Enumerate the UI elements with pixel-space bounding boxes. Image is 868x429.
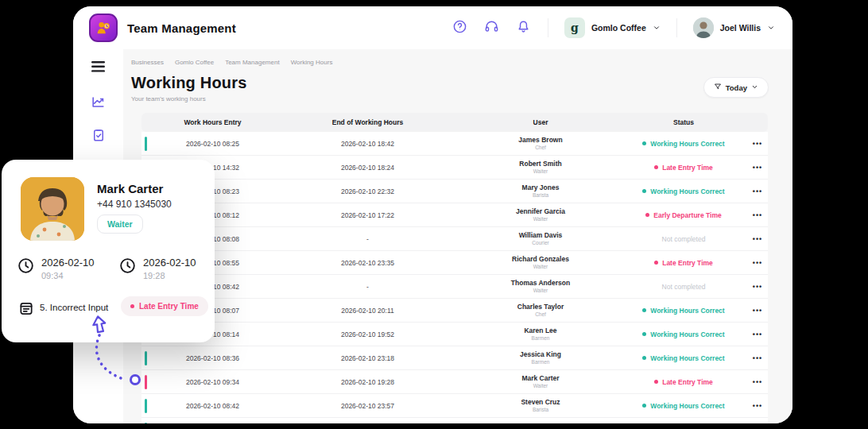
user-role: Barista xyxy=(461,407,620,413)
end-of-working-hours-cell: 2026-02-10 23:57 xyxy=(274,402,461,410)
end-of-working-hours-cell: 2026-02-10 20:11 xyxy=(274,307,461,315)
user-name: Jessica King xyxy=(461,350,620,359)
breadcrumb-item[interactable]: Businesses xyxy=(131,59,164,66)
user-role: Chef xyxy=(461,145,620,151)
row-status-bar xyxy=(145,351,147,365)
end-of-working-hours-cell: 2026-02-10 19:28 xyxy=(274,378,461,386)
user-cell: Karen LeeBarmen xyxy=(461,327,620,342)
page-subtitle: Your team's working hours xyxy=(131,95,247,102)
clock-out-time: 19:28 xyxy=(143,271,196,280)
end-of-working-hours-cell: 2026-02-10 22:32 xyxy=(274,187,461,195)
table-row: 2026-02-10 08:552026-02-10 23:35Richard … xyxy=(141,251,768,275)
table-row: 2026-02-10 08:422026-02-10 23:57Steven C… xyxy=(141,394,768,418)
status-dot xyxy=(642,308,646,312)
work-hours-entry-cell: 2026-02-10 08:36 xyxy=(151,354,274,362)
status-cell: Not completed xyxy=(620,235,747,243)
notifications-button[interactable] xyxy=(516,20,532,36)
status-label: Working Hours Correct xyxy=(650,354,724,362)
user-cell: Richard GonzalesWaiter xyxy=(461,255,620,270)
status-label: Late Entry Time xyxy=(662,259,713,267)
table-row: 2026-02-10 08:122026-02-10 17:22Jennifer… xyxy=(141,203,768,227)
row-actions-button[interactable]: ••• xyxy=(747,164,768,172)
row-actions-button[interactable]: ••• xyxy=(747,354,768,362)
status-cell: Not completed xyxy=(620,283,747,291)
user-role: Barista xyxy=(461,192,620,199)
status-cell: Working Hours Correct xyxy=(620,307,747,315)
help-button[interactable] xyxy=(452,20,468,36)
user-role: Waiter xyxy=(461,288,620,294)
row-actions-button[interactable]: ••• xyxy=(747,259,768,267)
status-badge-label: Late Entry Time xyxy=(139,302,199,311)
headset-icon xyxy=(484,19,499,37)
user-name: Richard Gonzales xyxy=(461,255,620,264)
user-cell: William DavisCourier xyxy=(461,231,620,246)
app-logo-icon xyxy=(89,14,118,42)
desktop-background: Team Management xyxy=(0,0,868,429)
main-content: BusinessesGomlo CoffeeTeam ManagementWor… xyxy=(123,49,792,423)
date-filter-button[interactable]: Today xyxy=(703,77,769,98)
status-cell: Working Hours Correct xyxy=(620,187,747,195)
table-row: 2026-02-10 08:252026-02-10 18:42James Br… xyxy=(141,132,768,156)
breadcrumb-item[interactable]: Gomlo Coffee xyxy=(175,59,214,66)
app-title: Team Management xyxy=(127,21,236,35)
working-hours-table: Work Hours EntryEnd of Working HoursUser… xyxy=(141,113,768,423)
company-selector[interactable]: g Gomlo Coffee xyxy=(564,17,661,38)
employee-role-badge: Waiter xyxy=(97,214,143,234)
user-menu[interactable]: Joel Willis xyxy=(693,17,775,38)
breadcrumb-item[interactable]: Working Hours xyxy=(291,59,333,66)
status-dot xyxy=(654,261,658,265)
end-of-working-hours-cell: 2026-02-10 18:24 xyxy=(274,164,461,172)
user-cell: Thomas AndersonWaiter xyxy=(461,279,620,294)
clock-out-date: 2026-02-10 xyxy=(143,257,196,269)
user-name: Thomas Anderson xyxy=(461,279,620,288)
chevron-down-icon xyxy=(751,83,758,92)
page-title: Working Hours xyxy=(131,74,247,92)
clock-in-date: 2026-02-10 xyxy=(41,257,95,269)
support-button[interactable] xyxy=(484,20,500,36)
table-row: 2026-02-10 08:142026-02-10 19:52Karen Le… xyxy=(141,323,768,346)
breadcrumb-item[interactable]: Team Management xyxy=(225,59,279,66)
work-hours-entry-cell: 2026-02-10 08:25 xyxy=(151,140,274,148)
table-row: 2026-02-10 08:08-William DavisCourierNot… xyxy=(141,227,768,251)
table-row: 2026-02-10 08:42-Thomas AndersonWaiterNo… xyxy=(141,275,768,299)
row-actions-button[interactable]: ••• xyxy=(747,235,768,243)
user-cell: Steven CruzBarista xyxy=(461,398,620,413)
status-cell: Working Hours Correct xyxy=(620,402,747,410)
menu-toggle-button[interactable] xyxy=(90,59,107,76)
status-dot xyxy=(642,404,646,408)
table-header-row: Work Hours EntryEnd of Working HoursUser… xyxy=(141,113,768,132)
row-actions-button[interactable]: ••• xyxy=(747,402,768,410)
status-label: Working Hours Correct xyxy=(650,402,724,410)
user-cell: Mark CarterWaiter xyxy=(461,374,620,389)
row-actions-button[interactable]: ••• xyxy=(747,187,768,195)
row-status-bar xyxy=(145,423,147,424)
status-dot xyxy=(130,304,134,308)
user-cell: James BrownChef xyxy=(461,136,620,151)
sidebar-item-tasks[interactable] xyxy=(90,127,107,145)
row-actions-button[interactable]: ••• xyxy=(747,211,768,219)
user-name: Robert Smith xyxy=(461,160,620,168)
row-actions-button[interactable]: ••• xyxy=(747,307,768,315)
status-cell: Late Entry Time xyxy=(620,164,747,172)
status-label: Not completed xyxy=(662,235,706,243)
status-label: Working Hours Correct xyxy=(650,187,724,195)
end-of-working-hours-cell: 2026-02-10 23:18 xyxy=(274,354,461,362)
row-actions-button[interactable]: ••• xyxy=(747,378,768,386)
user-cell: Jennifer GarciaWaiter xyxy=(461,207,620,222)
company-name: Gomlo Coffee xyxy=(591,23,646,33)
divider xyxy=(548,18,548,37)
clock-out-group: 2026-02-10 19:28 xyxy=(119,257,196,280)
status-badge: Late Entry Time xyxy=(121,296,208,316)
sidebar-item-analytics[interactable] xyxy=(90,95,107,112)
user-name: Mark Carter xyxy=(461,374,620,383)
row-actions-button[interactable]: ••• xyxy=(747,283,768,291)
status-dot xyxy=(642,141,646,145)
row-actions-button[interactable]: ••• xyxy=(747,140,768,148)
status-label: Late Entry Time xyxy=(662,378,713,386)
row-actions-button[interactable]: ••• xyxy=(747,330,768,338)
status-dot xyxy=(642,332,646,336)
table-row: 2026-02-10 08:072026-02-10 20:11Charles … xyxy=(141,299,768,323)
employee-name: Mark Carter xyxy=(97,182,163,195)
user-name: Steven Cruz xyxy=(461,398,620,407)
end-of-working-hours-cell: - xyxy=(274,283,461,291)
